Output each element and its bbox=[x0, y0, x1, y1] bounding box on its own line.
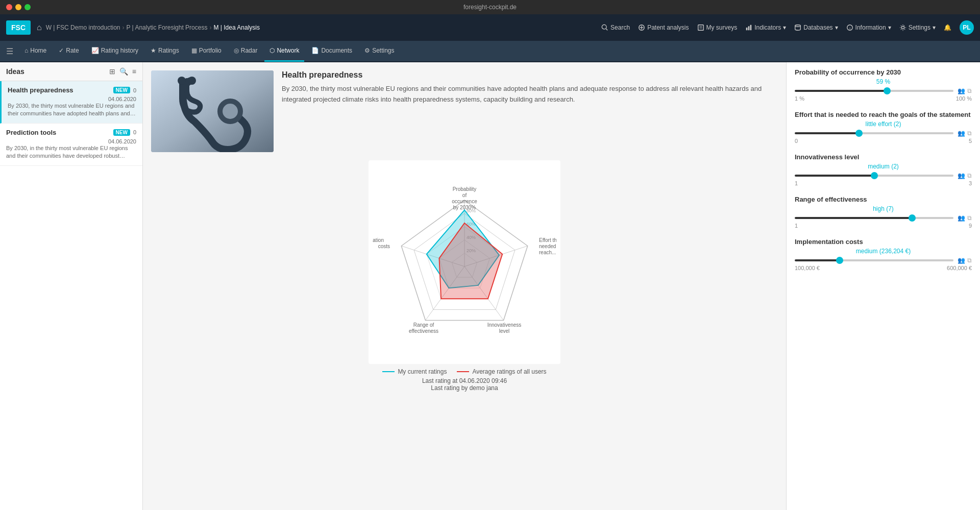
radar-icon: ◎ bbox=[234, 47, 239, 54]
slider-innovativeness-value: medium (2) bbox=[795, 163, 972, 170]
window-controls[interactable] bbox=[6, 4, 31, 10]
group-icon[interactable]: 👥 bbox=[958, 87, 965, 94]
breadcrumb-w[interactable]: W | FSC Demo introduction bbox=[46, 24, 120, 31]
chart-section: 20% 40% 60% 80% Probability of occurrenc… bbox=[151, 160, 778, 392]
slider-probability-input[interactable] bbox=[795, 90, 953, 92]
tab-rate[interactable]: ✓ Rate bbox=[54, 40, 84, 62]
slider-effectiveness-input[interactable] bbox=[795, 217, 953, 219]
copy-icon-5[interactable]: ⧉ bbox=[967, 257, 972, 264]
slider-probability-value: 59 % bbox=[795, 78, 972, 85]
slider-effectiveness-value: high (7) bbox=[795, 205, 972, 212]
group-icon-3[interactable]: 👥 bbox=[958, 172, 965, 179]
idea-description-area: Health preparedness By 2030, the thirty … bbox=[282, 70, 778, 152]
patent-analysis-button[interactable]: Patent analysis bbox=[638, 24, 689, 31]
svg-rect-5 bbox=[698, 25, 703, 31]
idea-badge-2: NEW bbox=[113, 129, 130, 136]
indicators-chevron: ▾ bbox=[783, 24, 786, 31]
idea-title-2: Prediction tools bbox=[6, 129, 56, 136]
tab-settings[interactable]: ⚙ Settings bbox=[359, 40, 399, 62]
settings-chevron: ▾ bbox=[933, 24, 936, 31]
svg-text:Innovativeness: Innovativeness bbox=[487, 322, 522, 328]
idea-image bbox=[151, 70, 274, 152]
my-surveys-button[interactable]: My surveys bbox=[697, 24, 738, 31]
idea-detail-title: Health preparedness bbox=[282, 70, 778, 80]
copy-icon-4[interactable]: ⧉ bbox=[967, 214, 972, 222]
information-button[interactable]: i Information ▾ bbox=[846, 24, 891, 31]
databases-button[interactable]: Databases ▾ bbox=[794, 24, 838, 31]
slider-probability: Probability of occurrence by 2030 59 % 👥… bbox=[795, 68, 972, 102]
subnav-settings-icon: ⚙ bbox=[364, 47, 370, 54]
sidebar-search-icon[interactable]: 🔍 bbox=[119, 67, 128, 76]
svg-rect-8 bbox=[746, 28, 748, 30]
tab-network[interactable]: ⬡ Network bbox=[264, 40, 304, 62]
idea-item-2[interactable]: Prediction tools NEW 0 04.06.2020 By 203… bbox=[0, 124, 142, 166]
slider-innovativeness-input[interactable] bbox=[795, 175, 953, 177]
legend-avg-label: Average ratings of all users bbox=[472, 368, 546, 375]
slider-effectiveness-min: 1 bbox=[795, 223, 798, 229]
url-bar[interactable]: foresight-cockpit.de bbox=[463, 4, 517, 11]
slider-effectiveness-label: Range of effectiveness bbox=[795, 196, 972, 203]
bell-button[interactable]: 🔔 bbox=[944, 24, 951, 31]
slider-implementation-input[interactable] bbox=[795, 259, 953, 261]
svg-text:Probability: Probability bbox=[453, 186, 477, 192]
rate-nav-icon: ✓ bbox=[59, 47, 64, 54]
sidebar-filter-icon[interactable]: ≡ bbox=[132, 67, 136, 76]
hamburger-menu[interactable]: ☰ bbox=[6, 46, 13, 56]
breadcrumb-p[interactable]: P | Analytic Foresight Process bbox=[127, 24, 208, 31]
svg-point-17 bbox=[178, 77, 186, 85]
slider-implementation-icons: 👥 ⧉ bbox=[958, 257, 972, 264]
home-icon[interactable]: ⌂ bbox=[37, 23, 42, 32]
svg-point-0 bbox=[602, 25, 606, 29]
svg-text:Range of: Range of bbox=[413, 322, 434, 328]
slider-effort-input[interactable] bbox=[795, 132, 953, 134]
slider-innovativeness: Innovativeness level medium (2) 👥 ⧉ 1 3 bbox=[795, 153, 972, 186]
group-icon-2[interactable]: 👥 bbox=[958, 130, 965, 137]
copy-icon[interactable]: ⧉ bbox=[967, 87, 972, 94]
fsc-logo: FSC bbox=[6, 20, 31, 35]
slider-effort-min: 0 bbox=[795, 138, 798, 144]
slider-effectiveness-icons: 👥 ⧉ bbox=[958, 214, 972, 222]
slider-effort: Effort that is needed to reach the goals… bbox=[795, 111, 972, 144]
last-rating-date: Last rating at 04.06.2020 09:46 bbox=[422, 377, 507, 384]
tab-radar[interactable]: ◎ Radar bbox=[229, 40, 263, 62]
stethoscope-illustration bbox=[151, 70, 274, 152]
group-icon-4[interactable]: 👥 bbox=[958, 214, 965, 222]
databases-chevron: ▾ bbox=[835, 24, 838, 31]
avatar[interactable]: PL bbox=[960, 20, 974, 35]
rating-history-icon: 📈 bbox=[91, 47, 99, 54]
copy-icon-3[interactable]: ⧉ bbox=[967, 172, 972, 179]
svg-text:Effort that is: Effort that is bbox=[539, 237, 556, 243]
tab-rating-history[interactable]: 📈 Rating history bbox=[86, 40, 143, 62]
ideas-sidebar: Ideas ⊞ 🔍 ≡ Health preparedness NEW 0 04… bbox=[0, 62, 143, 510]
search-button[interactable]: Search bbox=[601, 24, 630, 31]
slider-innovativeness-min: 1 bbox=[795, 180, 798, 186]
copy-icon-2[interactable]: ⧉ bbox=[967, 130, 972, 137]
idea-title-1: Health preparedness bbox=[8, 86, 74, 94]
breadcrumb-sep-1: › bbox=[122, 24, 125, 31]
idea-item-1[interactable]: Health preparedness NEW 0 04.06.2020 By … bbox=[0, 81, 142, 124]
sub-navbar: ☰ ⌂ Home ✓ Rate 📈 Rating history ★ Ratin… bbox=[0, 41, 980, 62]
maximize-dot[interactable] bbox=[24, 4, 31, 10]
tab-ratings[interactable]: ★ Ratings bbox=[145, 40, 184, 62]
sidebar-grid-icon[interactable]: ⊞ bbox=[109, 67, 115, 76]
legend-my: My current ratings bbox=[382, 368, 447, 375]
svg-text:Implementation: Implementation bbox=[373, 237, 384, 243]
minimize-dot[interactable] bbox=[15, 4, 21, 10]
sidebar-actions: ⊞ 🔍 ≡ bbox=[109, 67, 136, 76]
tab-portfolio[interactable]: ▦ Portfolio bbox=[186, 40, 227, 62]
settings-button[interactable]: Settings ▾ bbox=[899, 24, 936, 31]
svg-text:reach...: reach... bbox=[539, 250, 556, 255]
group-icon-5[interactable]: 👥 bbox=[958, 257, 965, 264]
breadcrumb-m[interactable]: M | Idea Analysis bbox=[213, 24, 260, 31]
svg-point-16 bbox=[220, 101, 240, 122]
topnav-right: Search Patent analysis My surveys Indica… bbox=[601, 20, 974, 35]
indicators-button[interactable]: Indicators ▾ bbox=[745, 24, 786, 31]
slider-effort-max: 5 bbox=[969, 138, 972, 144]
sidebar-header: Ideas ⊞ 🔍 ≡ bbox=[0, 62, 142, 81]
legend-avg-line bbox=[457, 371, 469, 372]
breadcrumb-sep-2: › bbox=[209, 24, 211, 31]
tab-documents[interactable]: 📄 Documents bbox=[306, 40, 357, 62]
tab-home[interactable]: ⌂ Home bbox=[19, 40, 52, 62]
slider-probability-max: 100 % bbox=[956, 95, 972, 102]
close-dot[interactable] bbox=[6, 4, 12, 10]
